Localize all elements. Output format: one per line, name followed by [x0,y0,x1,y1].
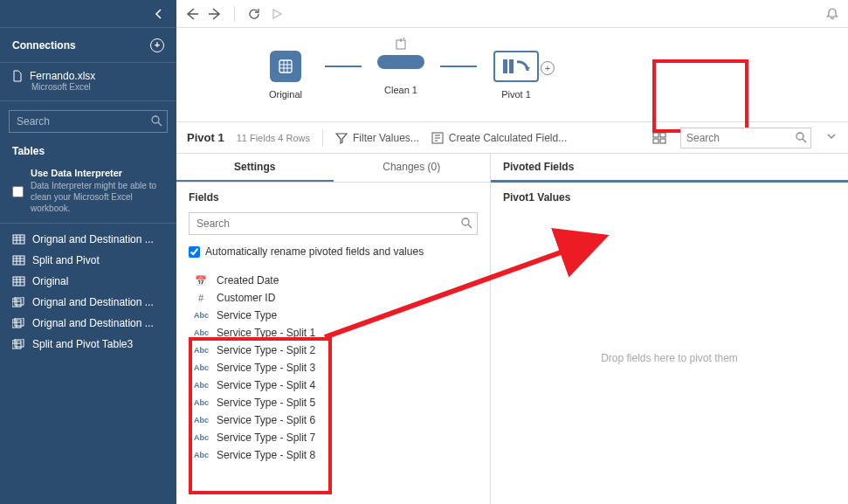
field-label: Service Type - Split 1 [217,327,315,339]
field-label: Customer ID [217,292,275,304]
svg-rect-39 [660,133,665,137]
run-flow-button[interactable] [270,7,284,21]
number-icon: # [194,293,208,303]
string-icon: Abc [194,433,208,442]
svg-point-0 [152,116,159,123]
pivoted-fields-header: Pivoted Fields [491,154,848,183]
pivot-panel: Pivoted Fields Pivot1 Values Drop fields… [491,154,848,504]
file-icon [12,70,23,82]
flow-canvas: Original Clean 1 + [176,28,848,122]
string-icon: Abc [194,416,208,425]
svg-rect-36 [509,59,514,73]
create-calc-field-button[interactable]: Create Calculated Field... [431,132,567,144]
field-label: Service Type - Split 5 [217,397,315,409]
table-label: Split and Pivot Table3 [32,338,133,350]
table-icon [12,276,25,287]
data-interpreter-title: Use Data Interpreter [31,168,164,178]
flow-connector [440,66,477,67]
field-row[interactable]: AbcService Type - Split 7 [176,429,490,446]
field-label: Service Type - Split 3 [217,362,315,374]
svg-rect-2 [13,235,24,244]
sidebar-table-item[interactable]: Orignal and Destination ... [0,292,176,313]
field-row[interactable]: AbcService Type [176,307,490,324]
pivot-values-header: Pivot1 Values [491,183,848,212]
flow-step-clean[interactable]: Clean 1 [362,55,440,95]
svg-point-44 [462,218,469,225]
sidebar-table-item[interactable]: Orignal and Destination ... [0,229,176,250]
collapse-sidebar-icon[interactable] [152,7,166,21]
field-row[interactable]: AbcService Type - Split 4 [176,376,490,394]
table-icon [12,255,25,266]
add-after-button[interactable]: + [541,61,555,75]
table-icon [12,297,25,307]
search-icon [150,114,162,129]
flow-step-original[interactable]: Original [246,51,325,100]
field-label: Service Type - Split 8 [217,449,315,461]
field-row[interactable]: #Customer ID [176,289,490,307]
tab-settings[interactable]: Settings [176,154,334,182]
tables-header: Tables [0,136,176,162]
field-label: Service Type [217,309,277,321]
string-icon: Abc [194,328,208,337]
svg-rect-7 [13,256,24,265]
sidebar-table-item[interactable]: Split and Pivot Table3 [0,334,176,355]
datasource-icon [277,58,294,75]
pivot-drop-zone[interactable]: Drop fields here to pivot them [491,212,848,504]
data-interpreter-block: Use Data Interpreter Data Interpreter mi… [0,162,176,224]
forward-button[interactable] [208,7,222,21]
step-search-input[interactable] [680,128,811,148]
connection-type: Microsoft Excel [31,82,164,92]
svg-line-1 [158,122,162,126]
view-options-icon[interactable] [652,131,666,145]
field-row[interactable]: AbcService Type - Split 1 [176,324,490,342]
fields-search-input[interactable] [189,212,478,235]
back-button[interactable] [185,7,199,21]
field-label: Service Type - Split 7 [217,432,315,444]
sidebar: Connections + Fernando.xlsx Microsoft Ex… [0,0,176,504]
connection-name: Fernando.xlsx [30,70,95,82]
svg-rect-40 [653,139,658,143]
svg-point-42 [796,133,803,140]
sidebar-table-item[interactable]: Orignal and Destination ... [0,313,176,334]
auto-rename-checkbox[interactable] [189,246,200,258]
field-row[interactable]: AbcService Type - Split 3 [176,359,490,376]
notifications-icon[interactable] [825,7,839,21]
chevron-down-icon[interactable] [825,130,838,145]
tab-changes[interactable]: Changes (0) [334,154,491,182]
field-row[interactable]: AbcService Type - Split 6 [176,411,490,429]
toolbar [176,0,848,28]
add-connection-button[interactable]: + [150,38,164,52]
svg-line-45 [468,224,472,228]
field-row[interactable]: AbcService Type - Split 8 [176,446,490,464]
table-icon [12,234,25,245]
filter-values-button[interactable]: Filter Values... [335,132,419,144]
data-interpreter-desc: Data Interpreter might be able to clean … [31,180,164,214]
sidebar-table-item[interactable]: Original [0,271,176,292]
field-label: Service Type - Split 6 [217,414,315,426]
connection-item[interactable]: Fernando.xlsx Microsoft Excel [0,63,176,101]
refresh-button[interactable] [247,7,261,21]
flow-step-pivot[interactable]: + Pivot 1 [477,51,555,100]
field-row[interactable]: 📅Created Date [176,272,490,289]
string-icon: Abc [194,346,208,355]
table-label: Split and Pivot [32,254,100,266]
sidebar-table-item[interactable]: Split and Pivot [0,250,176,271]
field-row[interactable]: AbcService Type - Split 5 [176,394,490,411]
add-step-icon[interactable] [394,38,408,52]
field-row[interactable]: AbcService Type - Split 2 [176,342,490,359]
fields-panel: Settings Changes (0) Fields Automaticall… [176,154,491,504]
pivot-icon [501,57,531,76]
string-icon: Abc [194,451,208,459]
data-interpreter-checkbox[interactable] [12,169,24,214]
auto-rename-option[interactable]: Automatically rename pivoted fields and … [189,245,478,258]
table-label: Orignal and Destination ... [32,296,154,308]
drop-hint: Drop fields here to pivot them [601,352,738,364]
sidebar-search-input[interactable] [9,110,168,133]
table-icon [12,318,25,328]
search-icon [795,131,807,146]
date-icon: 📅 [194,275,208,287]
svg-rect-12 [13,277,24,286]
table-icon [12,339,25,349]
search-icon [460,217,472,231]
svg-rect-29 [279,60,292,72]
